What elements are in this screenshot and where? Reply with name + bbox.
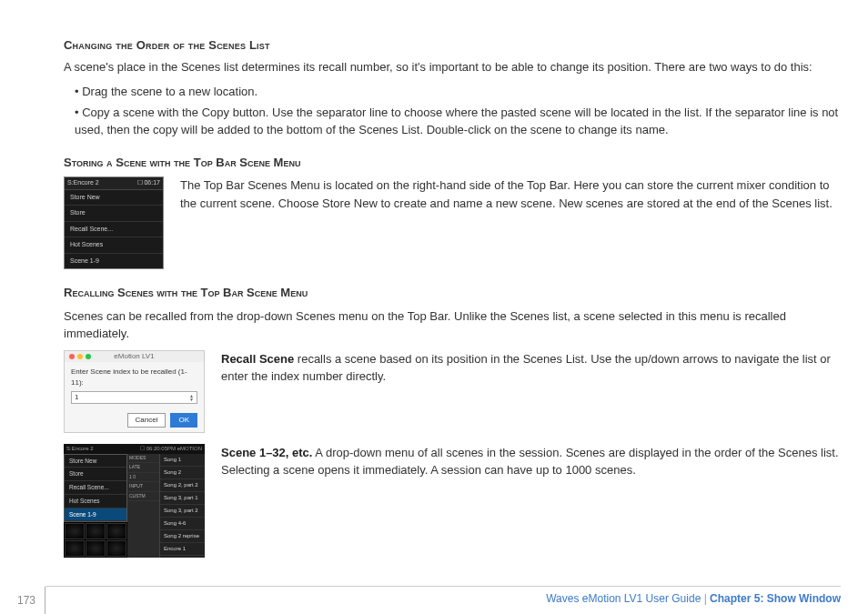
dialog-prompt: Enter Scene index to be recalled (1-11): <box>71 367 197 388</box>
footer-text: Waves eMotion LV1 User Guide | Chapter 5… <box>546 590 841 607</box>
channel-grid <box>64 522 127 558</box>
scene-submenu: Song 1 Song 2 Song 2, part 2 Song 3, par… <box>160 454 205 559</box>
scene-item: Song 3, part 2 <box>160 505 205 518</box>
footer-guide-link[interactable]: Waves eMotion LV1 User Guide <box>546 592 701 605</box>
paragraph-scene-132: Scene 1–32, etc. A drop-down menu of all… <box>221 444 841 479</box>
screenshot-scene-dropdown: S:Encore 2 ☐ 06:20:05PM eMOTION Store Ne… <box>64 444 205 559</box>
mode-panel: MODES LATE 1 0 INPUT CUSTM <box>127 454 160 559</box>
menu-item: Scene 1-9 <box>65 254 163 269</box>
menu-item: Store <box>65 468 126 481</box>
scene-item: Song 4-6 <box>160 518 205 530</box>
scene-item: Song 2 reprise <box>160 530 205 543</box>
menu-item: Store New <box>65 190 163 206</box>
input-value: 1 <box>75 392 78 403</box>
footer-divider <box>45 586 841 587</box>
ok-button[interactable]: OK <box>170 413 197 428</box>
footer-chapter: Chapter 5: Show Window <box>710 592 841 605</box>
menu-item: Hot Scenes <box>65 495 126 508</box>
menu-item: Store New <box>65 455 126 468</box>
dialog-title: eMotion LV1 <box>65 351 204 362</box>
recall-scene-label: Recall Scene <box>221 352 294 366</box>
scene-item: Encore 1 <box>160 543 205 556</box>
scene-item: Song 2, part 2 <box>160 479 205 492</box>
scene-item: Song 1 <box>160 454 205 467</box>
heading-changing-order: Changing the Order of the Scenes List <box>64 36 841 55</box>
paragraph-intro: A scene's place in the Scenes list deter… <box>64 58 841 76</box>
scene-item: Song 3, part 1 <box>160 492 205 505</box>
menu-item: Recall Scene... <box>65 481 126 495</box>
paragraph-storing: The Top Bar Scenes Menu is located on th… <box>180 176 841 212</box>
paragraph-recall-scene: Recall Scene recalls a scene based on it… <box>221 350 841 386</box>
scene-item: Song 2 <box>160 467 205 479</box>
bar-left: S:Encore 2 <box>66 445 94 453</box>
menu-item: Store <box>65 206 163 222</box>
bar-right: ☐ 06:20:05PM eMOTION <box>140 445 202 453</box>
scene-132-label: Scene 1–32, etc. <box>221 446 312 459</box>
heading-storing: Storing a Scene with the Top Bar Scene M… <box>64 154 841 172</box>
menu-item-selected: Scene 1-9 <box>65 508 126 522</box>
menu-item: Hot Scenes <box>65 237 163 254</box>
screenshot-recall-dialog: eMotion LV1 Enter Scene index to be reca… <box>64 350 205 433</box>
cancel-button[interactable]: Cancel <box>127 413 167 428</box>
spinner-icon[interactable]: ▲▼ <box>189 394 194 401</box>
menu-item: Recall Scene... <box>65 222 163 238</box>
heading-recalling: Recalling Scenes with the Top Bar Scene … <box>64 284 841 302</box>
screenshot-store-menu: S:Encore 2 ☐ 06:17 Store New Store Recal… <box>64 176 164 269</box>
paragraph-recalling-intro: Scenes can be recalled from the drop-dow… <box>64 307 841 343</box>
menu-header-left: S:Encore 2 <box>67 178 99 188</box>
bullet-list: Drag the scene to a new location. Copy a… <box>75 83 841 139</box>
menu-header-right: ☐ 06:17 <box>137 178 160 188</box>
bullet-item: Drag the scene to a new location. <box>75 83 841 101</box>
page-number: 173 <box>0 587 45 614</box>
scene-index-input[interactable]: 1 ▲▼ <box>71 391 197 404</box>
bullet-item: Copy a scene with the Copy button. Use t… <box>75 104 841 139</box>
